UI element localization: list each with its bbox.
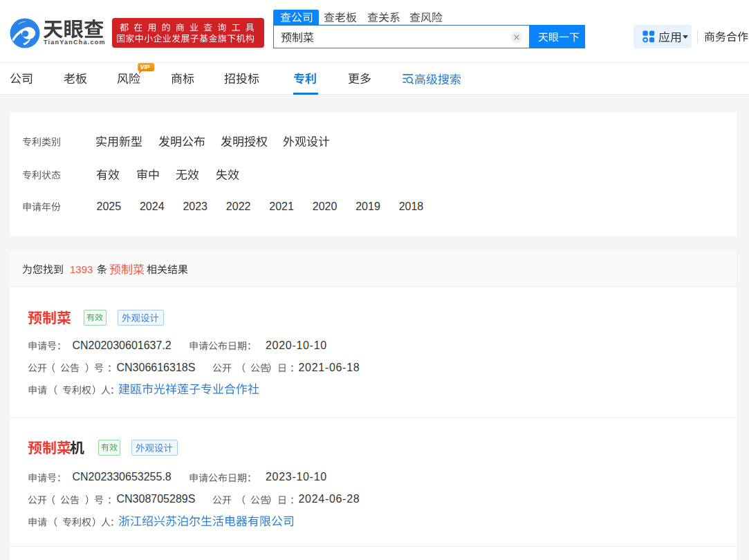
svg-text:VIP: VIP <box>140 64 150 71</box>
